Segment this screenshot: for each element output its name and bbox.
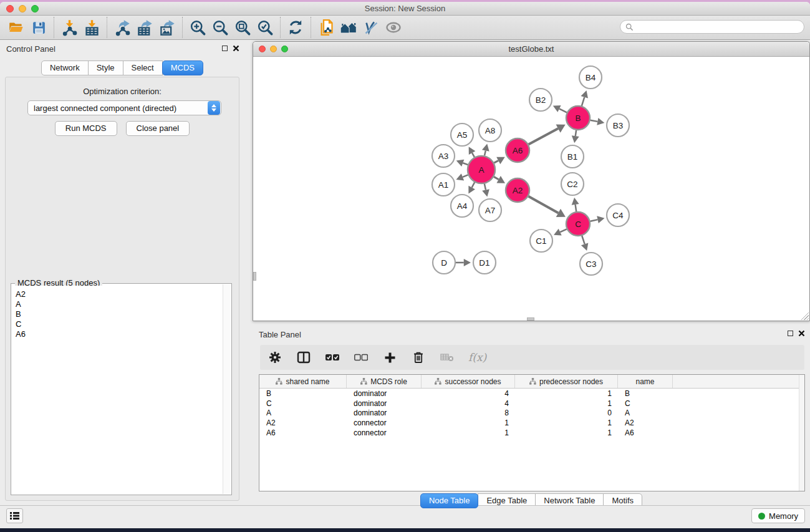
export-network-icon[interactable] xyxy=(111,17,133,37)
search-input[interactable] xyxy=(637,22,799,31)
vertical-scroll-nub[interactable] xyxy=(253,272,256,281)
apply-layout-icon[interactable] xyxy=(284,17,307,37)
graph-edge-b-b2[interactable] xyxy=(559,109,567,112)
graph-edge-a-a3[interactable] xyxy=(463,163,468,165)
hide-selected-icon[interactable] xyxy=(360,17,382,37)
zoom-fit-icon[interactable] xyxy=(231,17,254,37)
graph-node-c[interactable]: C xyxy=(566,212,590,236)
graph-edge-a-a6[interactable] xyxy=(494,160,498,163)
horizontal-scroll-nub[interactable] xyxy=(527,317,534,321)
graph-node-d[interactable]: D xyxy=(433,251,455,274)
table-tab-node-table[interactable]: Node Table xyxy=(420,493,479,508)
graph-node-b4[interactable]: B4 xyxy=(579,66,602,89)
column-header-shared-name[interactable]: shared name xyxy=(259,375,347,388)
save-session-icon[interactable] xyxy=(27,17,50,37)
graph-node-a[interactable]: A xyxy=(468,156,495,183)
graph-edge-c-c2[interactable] xyxy=(576,205,577,211)
graph-node-a8[interactable]: A8 xyxy=(479,119,501,142)
graph-edge-c-c3[interactable] xyxy=(582,236,584,244)
graph-node-b3[interactable]: B3 xyxy=(607,114,629,137)
graph-node-b1[interactable]: B1 xyxy=(561,145,584,168)
graph-edge-b-b1[interactable] xyxy=(576,130,576,136)
graph-node-c4[interactable]: C4 xyxy=(607,204,629,226)
graph-node-a7[interactable]: A7 xyxy=(479,199,501,221)
deselect-all-checkboxes-icon[interactable] xyxy=(354,350,369,365)
graph-edge-c-c1[interactable] xyxy=(560,229,567,232)
import-table-icon[interactable] xyxy=(80,17,103,37)
graph-edge-a-a5[interactable] xyxy=(472,153,475,157)
graph-edge-a6-b[interactable] xyxy=(529,128,558,144)
table-row-c[interactable]: Cdominator41C xyxy=(259,399,804,409)
open-folder-icon[interactable] xyxy=(5,17,27,37)
close-table-panel-icon[interactable] xyxy=(798,330,805,337)
result-item-c[interactable]: C xyxy=(12,319,222,329)
column-header-successor-nodes[interactable]: successor nodes xyxy=(422,375,515,388)
graph-edge-c-c4[interactable] xyxy=(591,220,598,221)
graph-edge-a-a2[interactable] xyxy=(494,177,499,179)
column-header-predecessor-nodes[interactable]: predecessor nodes xyxy=(515,375,618,388)
close-panel-icon[interactable] xyxy=(233,45,239,52)
clone-network-icon[interactable] xyxy=(315,17,337,37)
table-row-a[interactable]: Adominator80A xyxy=(259,409,804,418)
column-chooser-icon[interactable] xyxy=(296,350,311,365)
result-item-a6[interactable]: A6 xyxy=(12,329,222,339)
table-row-a6[interactable]: A6connector11A6 xyxy=(259,428,804,438)
graph-node-a2[interactable]: A2 xyxy=(506,178,529,202)
float-table-panel-icon[interactable] xyxy=(788,331,793,336)
table-row-a2[interactable]: A2connector11A2 xyxy=(259,418,804,428)
graph-node-b[interactable]: B xyxy=(566,106,590,130)
graph-node-b2[interactable]: B2 xyxy=(529,89,552,111)
tab-network[interactable]: Network xyxy=(41,60,89,75)
export-image-icon[interactable] xyxy=(156,17,178,37)
result-item-a[interactable]: A xyxy=(12,299,222,309)
graph-node-a5[interactable]: A5 xyxy=(451,123,473,146)
float-panel-icon[interactable] xyxy=(222,46,228,51)
graph-node-d1[interactable]: D1 xyxy=(473,251,496,274)
table-scrollbar[interactable] xyxy=(799,375,804,491)
graph-node-c2[interactable]: C2 xyxy=(561,173,584,195)
graph-edge-a-a4[interactable] xyxy=(472,182,475,187)
table-row-b[interactable]: Bdominator41B xyxy=(259,389,804,399)
graph-node-a3[interactable]: A3 xyxy=(432,145,455,167)
network-canvas[interactable]: AA1A2A3A4A5A6A7A8BB1B2B3B4CC1C2C3C4DD1 xyxy=(253,57,809,321)
graph-node-a1[interactable]: A1 xyxy=(432,173,455,196)
graph-edge-b-b3[interactable] xyxy=(591,120,598,122)
memory-button[interactable]: Memory xyxy=(751,508,805,523)
tab-mcds[interactable]: MCDS xyxy=(162,60,203,75)
graph-node-c1[interactable]: C1 xyxy=(530,230,552,252)
graph-edge-a2-c[interactable] xyxy=(528,196,558,213)
import-network-icon[interactable] xyxy=(58,17,80,37)
run-mcds-button[interactable]: Run MCDS xyxy=(55,121,117,136)
sort-tree-icon xyxy=(276,378,282,385)
home-view-icon[interactable] xyxy=(337,17,360,37)
optimization-criterion-dropdown[interactable]: largest connected component (directed) xyxy=(27,100,221,115)
show-all-eye-icon[interactable] xyxy=(382,17,405,37)
select-all-checkboxes-icon[interactable] xyxy=(325,350,340,365)
close-panel-button[interactable]: Close panel xyxy=(126,121,190,136)
add-column-icon[interactable] xyxy=(382,350,397,365)
result-item-a2[interactable]: A2 xyxy=(12,289,222,299)
graph-node-a6[interactable]: A6 xyxy=(506,138,529,162)
graph-edge-a-a1[interactable] xyxy=(463,175,468,177)
settings-gear-icon[interactable] xyxy=(268,350,282,365)
delete-table-icon[interactable] xyxy=(440,350,455,365)
delete-columns-icon[interactable] xyxy=(411,350,426,365)
tab-select[interactable]: Select xyxy=(123,60,163,75)
result-scrollbar[interactable] xyxy=(223,284,231,494)
export-table-icon[interactable] xyxy=(133,17,156,37)
zoom-out-icon[interactable] xyxy=(209,17,231,37)
graph-node-a4[interactable]: A4 xyxy=(451,195,473,217)
network-window-titlebar[interactable]: testGlobe.txt xyxy=(253,42,809,57)
column-header-name[interactable]: name xyxy=(618,375,673,388)
graph-edge-b-b4[interactable] xyxy=(582,97,584,106)
graph-edge-a-a8[interactable] xyxy=(485,150,486,155)
tab-style[interactable]: Style xyxy=(88,60,123,75)
zoom-selected-icon[interactable] xyxy=(254,17,276,37)
graph-node-c3[interactable]: C3 xyxy=(580,253,602,275)
task-history-button[interactable] xyxy=(6,508,23,523)
column-header-mcds-role[interactable]: MCDS role xyxy=(347,375,422,388)
zoom-in-icon[interactable] xyxy=(186,17,209,37)
graph-edge-a-a7[interactable] xyxy=(485,183,486,190)
result-item-b[interactable]: B xyxy=(12,309,222,319)
function-builder-icon[interactable]: f(x) xyxy=(468,351,486,364)
